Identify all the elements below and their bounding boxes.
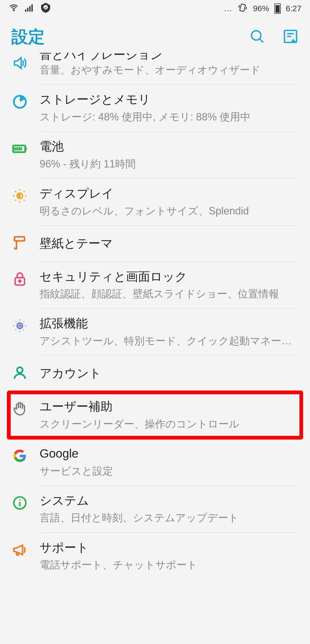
svg-point-35 xyxy=(17,367,23,373)
vibrate-icon xyxy=(237,3,248,15)
sound-icon xyxy=(0,53,40,71)
item-subtitle: 音量、おやすみモード、オーディオウィザード xyxy=(40,63,299,77)
megaphone-icon xyxy=(0,540,40,558)
wifi-icon xyxy=(9,3,19,15)
svg-point-7 xyxy=(251,31,261,40)
clock: 6:27 xyxy=(286,4,302,13)
battery-percent: 96% xyxy=(253,4,269,13)
svg-line-26 xyxy=(15,200,16,200)
settings-item-display[interactable]: ディスプレイ 明るさのレベル、フォントサイズ、Splendid xyxy=(0,179,310,225)
item-title: 音とバイブレーション xyxy=(40,53,299,61)
item-title: アカウント xyxy=(40,362,299,385)
svg-rect-14 xyxy=(26,147,27,150)
search-icon[interactable] xyxy=(249,28,265,46)
settings-item-account[interactable]: アカウント xyxy=(0,356,310,391)
more-indicator: ... xyxy=(224,4,232,13)
battery-item-icon xyxy=(0,138,40,157)
svg-line-25 xyxy=(24,200,24,200)
feedback-icon[interactable] xyxy=(282,28,299,46)
item-subtitle: ストレージ: 48% 使用中, メモリ: 88% 使用中 xyxy=(40,110,299,124)
avast-icon xyxy=(40,2,52,16)
display-icon xyxy=(0,186,40,204)
google-icon xyxy=(0,446,40,464)
item-title: ストレージとメモリ xyxy=(40,91,299,108)
item-subtitle: サービスと設定 xyxy=(40,464,299,479)
item-subtitle: 指紋認証、顔認証、壁紙スライドショー、位置情報 xyxy=(40,286,299,301)
item-title: ユーザー補助 xyxy=(40,399,299,415)
settings-item-storage[interactable]: ストレージとメモリ ストレージ: 48% 使用中, メモリ: 88% 使用中 xyxy=(0,85,310,131)
hand-icon xyxy=(0,399,40,417)
svg-rect-2 xyxy=(27,8,29,12)
svg-line-8 xyxy=(259,39,263,42)
item-title: サポート xyxy=(40,540,299,556)
item-title: 電池 xyxy=(40,138,299,155)
gear-icon xyxy=(0,315,40,334)
settings-item-sound[interactable]: 音とバイブレーション 音量、おやすみモード、オーディオウィザード xyxy=(0,53,310,84)
storage-icon xyxy=(0,91,40,110)
settings-item-support[interactable]: サポート 電話サポート、チャットサポート xyxy=(0,533,310,579)
item-subtitle: 明るさのレベル、フォントサイズ、Splendid xyxy=(40,204,299,218)
person-icon xyxy=(0,362,40,381)
item-title: Google xyxy=(40,446,299,462)
settings-item-system[interactable]: システム 言語、日付と時刻、システムアップデート xyxy=(0,486,310,532)
wallpaper-icon xyxy=(0,233,40,251)
svg-rect-6 xyxy=(240,4,246,11)
item-subtitle: 言語、日付と時刻、システムアップデート xyxy=(40,510,299,525)
svg-rect-4 xyxy=(32,4,33,12)
item-subtitle: アシストツール、特別モード、クイック起動マネージャー xyxy=(40,333,299,348)
settings-item-battery[interactable]: 電池 96% - 残り約 11時間 xyxy=(0,132,310,178)
svg-line-27 xyxy=(24,191,24,192)
svg-line-24 xyxy=(15,191,16,192)
item-subtitle: スクリーンリーダー、操作のコントロール xyxy=(40,417,299,432)
item-title: システム xyxy=(40,493,299,509)
signal-icon xyxy=(24,3,34,15)
svg-rect-1 xyxy=(25,9,26,12)
svg-rect-28 xyxy=(14,237,24,241)
page-title: 設定 xyxy=(11,26,45,48)
settings-item-wallpaper[interactable]: 壁紙とテーマ xyxy=(0,226,310,261)
app-header: 設定 xyxy=(0,17,310,58)
svg-point-0 xyxy=(13,10,14,11)
info-icon xyxy=(0,493,40,511)
item-subtitle: 96% - 残り約 11時間 xyxy=(40,157,299,171)
svg-point-38 xyxy=(19,499,21,501)
lock-icon xyxy=(0,269,40,287)
battery-icon xyxy=(274,3,281,14)
item-title: 拡張機能 xyxy=(40,315,299,332)
item-subtitle: 電話サポート、チャットサポート xyxy=(40,557,299,572)
settings-item-accessibility[interactable]: ユーザー補助 スクリーンリーダー、操作のコントロール xyxy=(0,392,310,438)
settings-item-google[interactable]: Google サービスと設定 xyxy=(0,439,310,485)
item-title: 壁紙とテーマ xyxy=(40,233,299,255)
status-bar: ... 96% 6:27 xyxy=(0,0,310,17)
item-title: ディスプレイ xyxy=(40,186,299,202)
settings-item-extensions[interactable]: 拡張機能 アシストツール、特別モード、クイック起動マネージャー xyxy=(0,309,310,355)
svg-rect-3 xyxy=(29,6,31,12)
item-title: セキュリティと画面ロック xyxy=(40,269,299,285)
settings-item-security[interactable]: セキュリティと画面ロック 指紋認証、顔認証、壁紙スライドショー、位置情報 xyxy=(0,262,310,309)
svg-point-5 xyxy=(43,5,48,9)
settings-list: 音とバイブレーション 音量、おやすみモード、オーディオウィザード ストレージとメ… xyxy=(0,53,310,579)
